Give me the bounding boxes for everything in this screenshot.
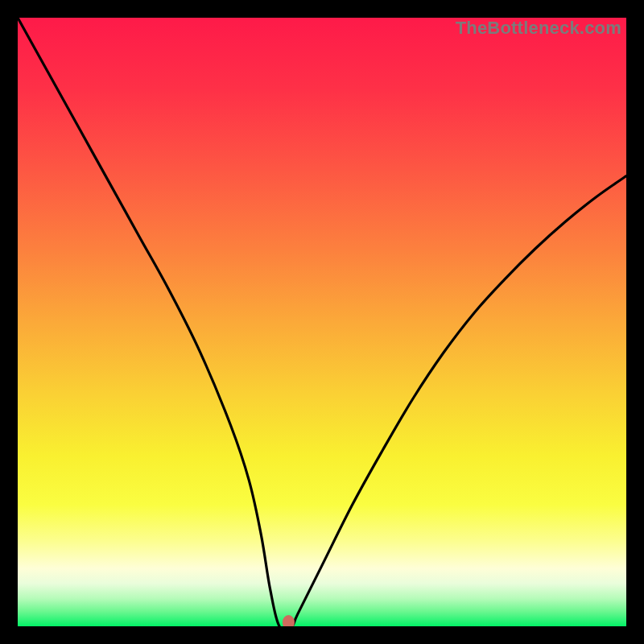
chart-frame: TheBottleneck.com [0,0,644,644]
chart-plot-area: TheBottleneck.com [18,18,626,626]
chart-background [18,18,626,626]
chart-svg [18,18,626,626]
